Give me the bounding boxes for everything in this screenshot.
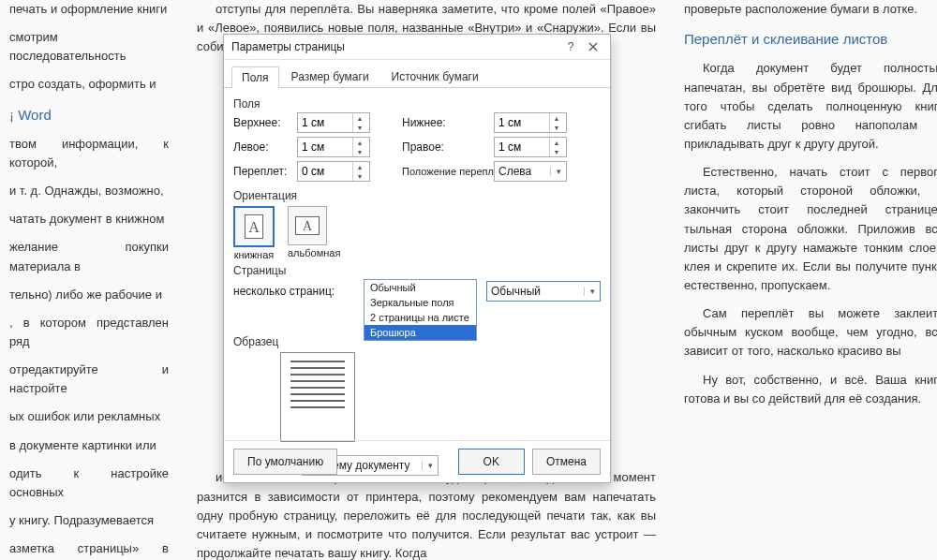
ok-button[interactable]: OK (458, 449, 525, 475)
bg-text: проверьте расположение бумаги в лотке. (684, 0, 937, 19)
portrait-page-icon: A (245, 214, 263, 239)
orientation-section-label: Ориентация (233, 189, 601, 202)
bg-text: Сам переплёт вы можете заклеить обычным … (684, 304, 937, 361)
top-margin-input[interactable]: ▲▼ (297, 112, 370, 133)
gutter-label: Переплет: (233, 165, 290, 178)
spinner-down-icon[interactable]: ▼ (550, 147, 563, 156)
bg-text: ых ошибок или рекламных (9, 407, 169, 426)
spinner-down-icon[interactable]: ▼ (353, 171, 366, 181)
bg-text: и т. д. Однажды, возможно, (9, 182, 169, 200)
help-button[interactable]: ? (559, 37, 582, 57)
cancel-button[interactable]: Отмена (532, 449, 601, 475)
dropdown-option-normal[interactable]: Обычный (364, 280, 476, 295)
gutter-position-select[interactable]: Слева ▾ (494, 161, 567, 182)
left-margin-label: Левое: (233, 140, 290, 154)
tab-source[interactable]: Источник бумаги (381, 66, 489, 87)
spinner-up-icon[interactable]: ▲ (353, 162, 366, 171)
chevron-down-icon: ▾ (550, 167, 566, 176)
bg-text: желание покупки материала в (9, 238, 169, 275)
dropdown-option-two-per-sheet[interactable]: 2 страницы на листе (364, 310, 476, 325)
gutter-position-label: Положение переплета: (402, 166, 486, 177)
bg-text: Ну вот, собственно, и всё. Ваша книга го… (684, 371, 937, 408)
bottom-margin-input[interactable]: ▲▼ (494, 112, 567, 133)
multiple-pages-label: несколько страниц: (233, 285, 335, 298)
bg-text: стро создать, оформить и (9, 75, 169, 94)
svg-text:A: A (248, 219, 260, 235)
orientation-portrait[interactable]: A книжная (233, 206, 275, 260)
bg-text: в документе картинки или (9, 436, 169, 455)
top-margin-label: Верхнее: (233, 116, 290, 129)
bg-heading: Переплёт и склеивание листов (684, 28, 937, 50)
right-margin-label: Правое: (402, 140, 486, 154)
tab-margins[interactable]: Поля (231, 66, 279, 88)
tab-paper[interactable]: Размер бумаги (281, 66, 379, 87)
pages-section-label: Страницы (233, 264, 601, 277)
spinner-up-icon[interactable]: ▲ (353, 138, 366, 147)
multiple-pages-dropdown[interactable]: Обычный Зеркальные поля 2 страницы на ли… (364, 279, 477, 341)
orientation-landscape-label: альбомная (288, 247, 340, 258)
gutter-input[interactable]: ▲▼ (297, 161, 370, 182)
right-margin-input[interactable]: ▲▼ (494, 137, 567, 157)
bg-text: азметка страницы» в верхней (9, 539, 169, 560)
sample-preview (280, 352, 355, 442)
spinner-down-icon[interactable]: ▼ (353, 123, 366, 132)
fields-section-label: Поля (233, 97, 601, 111)
orientation-landscape[interactable]: A альбомная (288, 206, 340, 260)
bottom-margin-label: Нижнее: (402, 116, 486, 129)
bg-text: тельно) либо же рабочие и (9, 286, 169, 304)
bg-text: Естественно, начать стоит с первого лист… (684, 163, 937, 295)
bg-text: у книгу. Подразумевается (9, 511, 169, 530)
page-setup-dialog: Параметры страницы ? Поля Размер бумаги … (223, 34, 611, 483)
multiple-pages-select[interactable]: Обычный ▾ (486, 281, 601, 302)
bg-text: одить к настройке основных (9, 464, 169, 502)
bg-text: чатать документ в книжном (9, 210, 169, 228)
bg-text: печать и оформление книги (9, 0, 169, 19)
bg-text: твом информации, к которой, (9, 135, 169, 172)
spinner-up-icon[interactable]: ▲ (550, 138, 563, 147)
left-margin-input[interactable]: ▲▼ (297, 137, 370, 157)
dropdown-option-booklet[interactable]: Брошюра (364, 325, 476, 340)
spinner-up-icon[interactable]: ▲ (550, 113, 563, 123)
bg-text: , в котором представлен ряд (9, 314, 169, 351)
spinner-down-icon[interactable]: ▼ (550, 123, 563, 132)
spinner-down-icon[interactable]: ▼ (353, 147, 366, 156)
close-icon (588, 42, 598, 52)
bg-text: смотрим последовательность (9, 28, 169, 66)
bg-text: отредактируйте и настройте (9, 361, 169, 398)
landscape-page-icon: A (295, 216, 320, 235)
spinner-up-icon[interactable]: ▲ (353, 113, 366, 123)
orientation-portrait-label: книжная (234, 249, 275, 260)
close-button[interactable] (582, 37, 604, 57)
default-button[interactable]: По умолчанию (233, 449, 337, 475)
dialog-title: Параметры страницы (231, 40, 559, 53)
dropdown-option-mirror[interactable]: Зеркальные поля (364, 295, 476, 310)
svg-text:A: A (303, 219, 313, 233)
bg-heading: ¡ Word (9, 104, 169, 125)
bg-text: Когда документ будет полностью напечатан… (684, 59, 937, 154)
chevron-down-icon: ▾ (584, 287, 600, 296)
